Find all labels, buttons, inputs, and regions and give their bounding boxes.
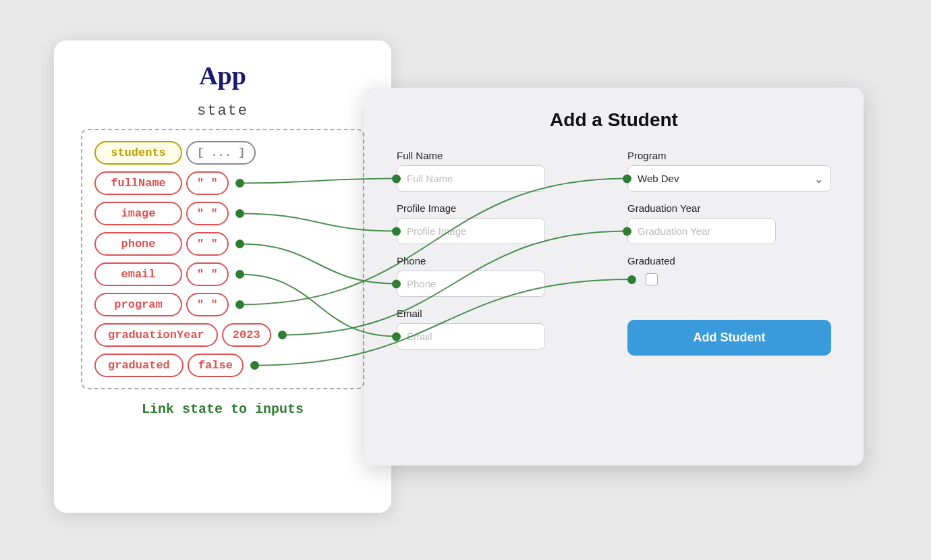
label-graduated: Graduated [627,255,831,267]
scene: App state students [ ... ] fullName " " … [0,0,931,560]
label-program: Program [627,150,831,161]
state-box: students [ ... ] fullName " " image " " … [81,129,364,389]
input-wrapper-email [397,323,600,349]
label-graduationyear: Graduation Year [627,202,831,214]
form-card: Add a Student Full Name Program Web Dev … [364,88,864,466]
input-phone[interactable] [397,271,545,297]
input-dot-phone [392,279,401,288]
input-wrapper-graduated [627,273,831,285]
input-wrapper-fullname [397,165,600,192]
dot-email [235,270,244,279]
add-student-col: Add Student [627,308,831,356]
field-email: Email [397,308,600,356]
label-email: Email [397,308,600,319]
state-row-email: email " " [94,262,351,286]
state-row-graduated: graduated false [94,354,351,377]
select-wrapper-program: Web Dev Data Science UX Design Cybersecu… [627,165,831,192]
input-wrapper-graduationyear [627,218,831,244]
state-val-email: " " [186,262,229,286]
state-val-graduationyear: 2023 [222,323,271,347]
dot-phone [235,240,244,248]
state-val-phone: " " [186,232,229,256]
state-key-program: program [94,293,182,316]
input-dot-email [392,332,401,341]
field-image: Profile Image [397,202,600,244]
app-card: App state students [ ... ] fullName " " … [54,40,391,513]
form-grid: Full Name Program Web Dev Data Science U… [397,150,831,356]
state-val-graduated: false [188,354,244,377]
dot-fullname [235,179,244,188]
input-dot-graduated [627,275,636,284]
state-row-graduationyear: graduationYear 2023 [94,323,351,347]
state-val-program: " " [186,293,229,316]
state-key-students: students [94,141,182,165]
state-key-phone: phone [94,232,182,256]
state-key-email: email [94,262,182,286]
state-row-students: students [ ... ] [94,141,351,165]
dot-image [235,209,244,218]
field-graduationyear: Graduation Year [627,202,831,244]
state-row-phone: phone " " [94,232,351,256]
input-wrapper-phone [397,271,600,297]
link-hint: Link state to inputs [81,401,364,417]
input-wrapper-image [397,218,600,244]
input-image[interactable] [397,218,545,244]
state-row-program: program " " [94,293,351,316]
select-program[interactable]: Web Dev Data Science UX Design Cybersecu… [627,165,831,192]
state-key-graduationyear: graduationYear [94,323,218,347]
field-graduated: Graduated [627,255,831,297]
state-val-fullname: " " [186,171,229,195]
checkbox-graduated[interactable] [646,273,658,285]
field-phone: Phone [397,255,600,297]
input-dot-image [392,227,401,235]
field-fullname: Full Name [397,150,600,192]
field-program: Program Web Dev Data Science UX Design C… [627,150,831,192]
label-phone: Phone [397,255,600,267]
form-title: Add a Student [397,109,831,131]
add-student-button[interactable]: Add Student [627,320,831,356]
state-key-fullname: fullName [94,171,182,195]
dot-graduated [250,361,259,370]
input-graduationyear[interactable] [627,218,776,244]
state-val-image: " " [186,202,229,225]
state-row-fullname: fullName " " [94,171,351,195]
input-email[interactable] [397,323,545,349]
dot-graduationyear [278,331,287,339]
state-key-image: image [94,202,182,225]
dot-program [235,300,244,309]
input-dot-program [623,174,631,183]
app-title: App [81,61,364,90]
input-fullname[interactable] [397,165,545,192]
state-key-graduated: graduated [94,354,184,377]
label-image: Profile Image [397,202,600,214]
input-dot-fullname [392,174,401,183]
label-fullname: Full Name [397,150,600,161]
state-val-students: [ ... ] [186,141,256,165]
input-dot-graduationyear [623,227,631,235]
state-label: state [81,103,364,119]
state-row-image: image " " [94,202,351,225]
